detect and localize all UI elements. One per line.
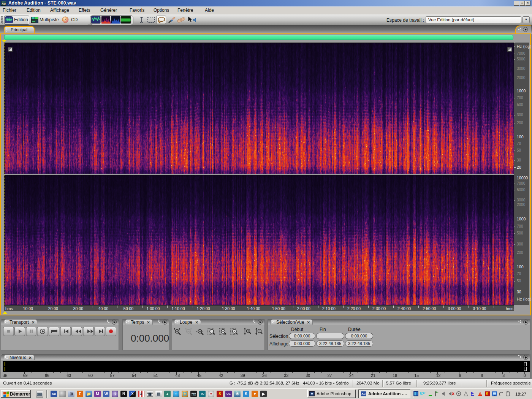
svg-text:52°: 52° xyxy=(420,392,426,396)
svg-text:S: S xyxy=(486,392,489,396)
